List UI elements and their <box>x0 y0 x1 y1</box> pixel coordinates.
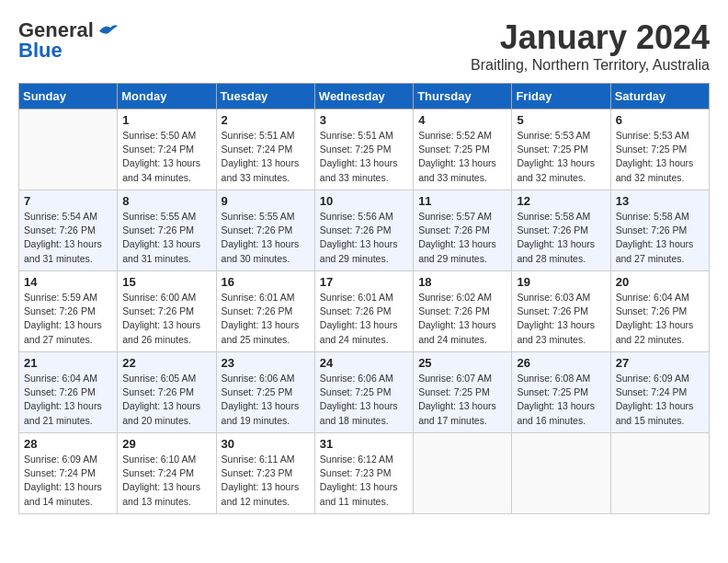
day-info: Sunrise: 6:09 AMSunset: 7:24 PMDaylight:… <box>616 372 704 428</box>
day-info: Sunrise: 6:00 AMSunset: 7:26 PMDaylight:… <box>122 291 210 347</box>
day-info: Sunrise: 6:06 AMSunset: 7:25 PMDaylight:… <box>222 372 310 428</box>
day-number: 22 <box>122 356 210 370</box>
day-number: 6 <box>616 113 704 127</box>
calendar-day-cell <box>19 109 118 190</box>
calendar-day-cell: 6Sunrise: 5:53 AMSunset: 7:25 PMDaylight… <box>610 109 709 190</box>
day-number: 9 <box>222 194 310 208</box>
calendar-day-cell: 23Sunrise: 6:06 AMSunset: 7:25 PMDayligh… <box>216 352 314 433</box>
day-number: 8 <box>122 194 210 208</box>
day-info: Sunrise: 5:58 AMSunset: 7:26 PMDaylight:… <box>517 210 605 266</box>
calendar-day-cell: 27Sunrise: 6:09 AMSunset: 7:24 PMDayligh… <box>610 352 709 433</box>
title-section: January 2024 Braitling, Northern Territo… <box>471 18 710 74</box>
day-info: Sunrise: 5:51 AMSunset: 7:24 PMDaylight:… <box>222 129 310 185</box>
day-info: Sunrise: 6:01 AMSunset: 7:26 PMDaylight:… <box>320 291 408 347</box>
day-info: Sunrise: 5:56 AMSunset: 7:26 PMDaylight:… <box>320 210 408 266</box>
day-info: Sunrise: 6:10 AMSunset: 7:24 PMDaylight:… <box>122 453 210 509</box>
day-number: 16 <box>222 275 310 289</box>
logo-bird-icon <box>97 22 119 39</box>
weekday-header-wednesday: Wednesday <box>314 84 413 109</box>
day-number: 7 <box>24 194 112 208</box>
day-info: Sunrise: 6:01 AMSunset: 7:26 PMDaylight:… <box>222 291 310 347</box>
day-number: 4 <box>418 113 506 127</box>
weekday-header-thursday: Thursday <box>414 84 512 109</box>
calendar-day-cell: 25Sunrise: 6:07 AMSunset: 7:25 PMDayligh… <box>414 352 512 433</box>
day-info: Sunrise: 5:53 AMSunset: 7:25 PMDaylight:… <box>616 129 704 185</box>
calendar-week-row: 14Sunrise: 5:59 AMSunset: 7:26 PMDayligh… <box>19 271 710 352</box>
day-info: Sunrise: 5:53 AMSunset: 7:25 PMDaylight:… <box>517 129 605 185</box>
day-info: Sunrise: 6:09 AMSunset: 7:24 PMDaylight:… <box>24 453 112 509</box>
day-info: Sunrise: 6:05 AMSunset: 7:26 PMDaylight:… <box>122 372 210 428</box>
calendar-day-cell: 8Sunrise: 5:55 AMSunset: 7:26 PMDaylight… <box>118 190 216 271</box>
day-number: 1 <box>122 113 210 127</box>
month-title: January 2024 <box>471 18 710 57</box>
day-info: Sunrise: 6:04 AMSunset: 7:26 PMDaylight:… <box>616 291 704 347</box>
calendar-day-cell <box>512 433 610 514</box>
calendar-day-cell <box>610 433 709 514</box>
day-number: 11 <box>418 194 506 208</box>
day-number: 26 <box>517 356 605 370</box>
day-info: Sunrise: 5:55 AMSunset: 7:26 PMDaylight:… <box>222 210 310 266</box>
calendar-day-cell: 26Sunrise: 6:08 AMSunset: 7:25 PMDayligh… <box>512 352 610 433</box>
calendar-day-cell: 19Sunrise: 6:03 AMSunset: 7:26 PMDayligh… <box>512 271 610 352</box>
day-info: Sunrise: 5:50 AMSunset: 7:24 PMDaylight:… <box>122 129 210 185</box>
calendar-day-cell: 20Sunrise: 6:04 AMSunset: 7:26 PMDayligh… <box>610 271 709 352</box>
day-info: Sunrise: 6:03 AMSunset: 7:26 PMDaylight:… <box>517 291 605 347</box>
calendar-week-row: 7Sunrise: 5:54 AMSunset: 7:26 PMDaylight… <box>19 190 710 271</box>
calendar-day-cell: 31Sunrise: 6:12 AMSunset: 7:23 PMDayligh… <box>314 433 413 514</box>
calendar-day-cell: 9Sunrise: 5:55 AMSunset: 7:26 PMDaylight… <box>216 190 314 271</box>
calendar-day-cell: 5Sunrise: 5:53 AMSunset: 7:25 PMDaylight… <box>512 109 610 190</box>
day-info: Sunrise: 5:55 AMSunset: 7:26 PMDaylight:… <box>122 210 210 266</box>
calendar-day-cell: 29Sunrise: 6:10 AMSunset: 7:24 PMDayligh… <box>118 433 216 514</box>
weekday-header-saturday: Saturday <box>610 84 709 109</box>
day-number: 5 <box>517 113 605 127</box>
calendar-day-cell <box>414 433 512 514</box>
day-number: 25 <box>418 356 506 370</box>
day-number: 18 <box>418 275 506 289</box>
calendar-day-cell: 21Sunrise: 6:04 AMSunset: 7:26 PMDayligh… <box>19 352 118 433</box>
day-number: 3 <box>320 113 408 127</box>
day-info: Sunrise: 6:11 AMSunset: 7:23 PMDaylight:… <box>222 453 310 509</box>
day-number: 31 <box>320 437 408 451</box>
calendar-day-cell: 28Sunrise: 6:09 AMSunset: 7:24 PMDayligh… <box>19 433 118 514</box>
day-number: 17 <box>320 275 408 289</box>
calendar-day-cell: 24Sunrise: 6:06 AMSunset: 7:25 PMDayligh… <box>314 352 413 433</box>
day-info: Sunrise: 5:58 AMSunset: 7:26 PMDaylight:… <box>616 210 704 266</box>
calendar-day-cell: 11Sunrise: 5:57 AMSunset: 7:26 PMDayligh… <box>414 190 512 271</box>
logo: General Blue <box>18 18 119 63</box>
logo-blue-text: Blue <box>18 39 63 63</box>
day-number: 10 <box>320 194 408 208</box>
calendar-day-cell: 18Sunrise: 6:02 AMSunset: 7:26 PMDayligh… <box>414 271 512 352</box>
day-number: 12 <box>517 194 605 208</box>
day-info: Sunrise: 6:12 AMSunset: 7:23 PMDaylight:… <box>320 453 408 509</box>
day-info: Sunrise: 5:51 AMSunset: 7:25 PMDaylight:… <box>320 129 408 185</box>
calendar-day-cell: 17Sunrise: 6:01 AMSunset: 7:26 PMDayligh… <box>314 271 413 352</box>
day-info: Sunrise: 5:57 AMSunset: 7:26 PMDaylight:… <box>418 210 506 266</box>
calendar-day-cell: 14Sunrise: 5:59 AMSunset: 7:26 PMDayligh… <box>19 271 118 352</box>
day-info: Sunrise: 6:07 AMSunset: 7:25 PMDaylight:… <box>418 372 506 428</box>
calendar-day-cell: 4Sunrise: 5:52 AMSunset: 7:25 PMDaylight… <box>414 109 512 190</box>
location-subtitle: Braitling, Northern Territory, Australia <box>471 57 710 74</box>
day-info: Sunrise: 5:59 AMSunset: 7:26 PMDaylight:… <box>24 291 112 347</box>
day-number: 28 <box>24 437 112 451</box>
calendar-day-cell: 2Sunrise: 5:51 AMSunset: 7:24 PMDaylight… <box>216 109 314 190</box>
day-number: 29 <box>122 437 210 451</box>
day-info: Sunrise: 6:08 AMSunset: 7:25 PMDaylight:… <box>517 372 605 428</box>
day-info: Sunrise: 6:02 AMSunset: 7:26 PMDaylight:… <box>418 291 506 347</box>
day-info: Sunrise: 5:54 AMSunset: 7:26 PMDaylight:… <box>24 210 112 266</box>
day-number: 2 <box>222 113 310 127</box>
weekday-header-sunday: Sunday <box>19 84 118 109</box>
day-number: 14 <box>24 275 112 289</box>
day-number: 20 <box>616 275 704 289</box>
day-info: Sunrise: 6:06 AMSunset: 7:25 PMDaylight:… <box>320 372 408 428</box>
day-number: 13 <box>616 194 704 208</box>
calendar-table: SundayMondayTuesdayWednesdayThursdayFrid… <box>18 83 710 514</box>
calendar-week-row: 28Sunrise: 6:09 AMSunset: 7:24 PMDayligh… <box>19 433 710 514</box>
day-number: 23 <box>222 356 310 370</box>
day-info: Sunrise: 5:52 AMSunset: 7:25 PMDaylight:… <box>418 129 506 185</box>
calendar-day-cell: 30Sunrise: 6:11 AMSunset: 7:23 PMDayligh… <box>216 433 314 514</box>
day-number: 15 <box>122 275 210 289</box>
day-number: 21 <box>24 356 112 370</box>
day-number: 27 <box>616 356 704 370</box>
calendar-day-cell: 22Sunrise: 6:05 AMSunset: 7:26 PMDayligh… <box>118 352 216 433</box>
calendar-day-cell: 16Sunrise: 6:01 AMSunset: 7:26 PMDayligh… <box>216 271 314 352</box>
